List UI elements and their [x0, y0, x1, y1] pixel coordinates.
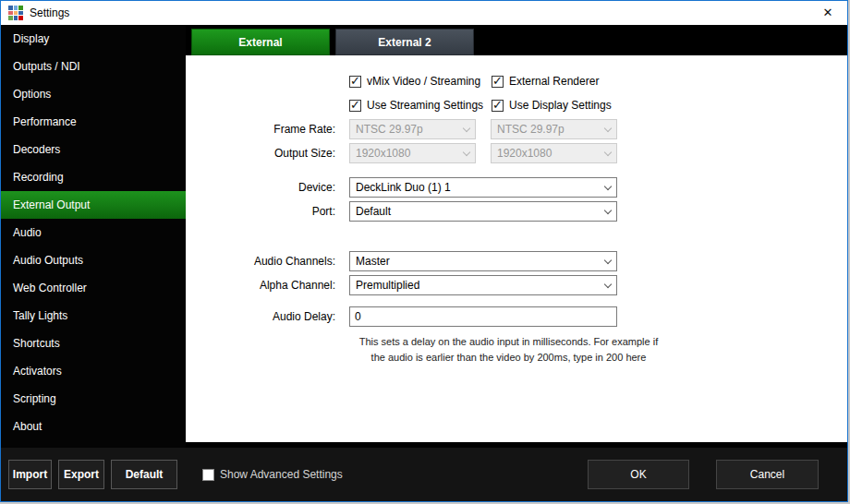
chevron-down-icon — [604, 206, 612, 213]
chevron-down-icon — [604, 256, 612, 263]
port-label: Port: — [186, 205, 335, 218]
check-icon — [492, 76, 504, 88]
checkbox-external-renderer[interactable]: External Renderer — [492, 75, 634, 88]
checkbox-vmix-video-streaming[interactable]: vMix Video / Streaming — [349, 75, 492, 88]
chevron-down-icon — [604, 148, 612, 155]
port-value: Default — [356, 205, 391, 218]
settings-window: Settings ✕ Display Outputs / NDI Options… — [0, 0, 848, 502]
checkbox-label: vMix Video / Streaming — [367, 75, 480, 88]
sidebar-item-audio-outputs[interactable]: Audio Outputs — [1, 246, 186, 274]
sidebar-item-web-controller[interactable]: Web Controller — [1, 274, 186, 302]
window-title: Settings — [30, 6, 69, 19]
sidebar: Display Outputs / NDI Options Performanc… — [1, 25, 186, 448]
sidebar-item-options[interactable]: Options — [1, 80, 186, 108]
audio-channels-select[interactable]: Master — [349, 251, 617, 271]
checkbox-label: Use Streaming Settings — [367, 99, 483, 112]
sidebar-item-external-output[interactable]: External Output — [1, 191, 186, 219]
sidebar-item-shortcuts[interactable]: Shortcuts — [1, 330, 186, 357]
frame-rate-label: Frame Rate: — [186, 123, 335, 136]
tab-strip: External External 2 — [186, 25, 847, 55]
default-button[interactable]: Default — [111, 460, 177, 489]
alpha-channel-select[interactable]: Premultiplied — [349, 275, 617, 295]
audio-channels-value: Master — [356, 255, 390, 268]
audio-delay-label: Audio Delay: — [186, 310, 335, 323]
show-advanced-settings-label: Show Advanced Settings — [220, 468, 343, 481]
chevron-down-icon — [463, 124, 470, 131]
tab-external[interactable]: External — [191, 29, 330, 55]
check-icon — [349, 76, 361, 88]
sidebar-item-tally-lights[interactable]: Tally Lights — [1, 302, 186, 330]
sidebar-item-activators[interactable]: Activators — [1, 357, 186, 385]
port-select[interactable]: Default — [349, 201, 617, 222]
chevron-down-icon — [604, 280, 612, 287]
tab-external-2[interactable]: External 2 — [335, 29, 474, 55]
show-advanced-settings-checkbox[interactable]: Show Advanced Settings — [202, 468, 343, 481]
ok-button[interactable]: OK — [588, 460, 689, 489]
sidebar-item-audio[interactable]: Audio — [1, 219, 186, 246]
alpha-channel-label: Alpha Channel: — [186, 279, 335, 292]
footer-actions: OK Cancel — [588, 460, 819, 489]
sidebar-buttons: Import Export Default — [1, 460, 186, 489]
export-button[interactable]: Export — [58, 460, 104, 489]
footer-bar: Import Export Default Show Advanced Sett… — [1, 448, 847, 501]
vmix-logo-icon — [8, 6, 23, 20]
checkbox-label: External Renderer — [509, 75, 599, 88]
sidebar-item-display[interactable]: Display — [1, 25, 186, 53]
frame-rate-select-2[interactable]: NTSC 29.97p — [491, 119, 617, 139]
close-icon[interactable]: ✕ — [808, 1, 847, 25]
audio-delay-input[interactable] — [349, 306, 617, 327]
device-value: DeckLink Duo (1) 1 — [356, 181, 451, 194]
chevron-down-icon — [604, 182, 612, 189]
sidebar-item-performance[interactable]: Performance — [1, 108, 186, 136]
sidebar-item-scripting[interactable]: Scripting — [1, 385, 186, 413]
output-size-value-1: 1920x1080 — [356, 147, 410, 160]
audio-delay-help-text: This sets a delay on the audio input in … — [349, 334, 668, 365]
checkbox-use-streaming-settings[interactable]: Use Streaming Settings — [349, 99, 492, 112]
output-size-select-2[interactable]: 1920x1080 — [491, 143, 617, 163]
sidebar-item-decoders[interactable]: Decoders — [1, 136, 186, 163]
sidebar-item-outputs-ndi[interactable]: Outputs / NDI — [1, 53, 186, 80]
main-area: External External 2 vMix Video / Streami… — [186, 25, 847, 448]
frame-rate-value-1: NTSC 29.97p — [356, 123, 423, 136]
device-select[interactable]: DeckLink Duo (1) 1 — [349, 177, 617, 198]
checkbox-use-display-settings[interactable]: Use Display Settings — [492, 99, 634, 112]
sidebar-item-recording[interactable]: Recording — [1, 163, 186, 191]
device-label: Device: — [186, 181, 335, 194]
alpha-channel-value: Premultiplied — [356, 279, 419, 292]
settings-panel: vMix Video / Streaming External Renderer… — [186, 55, 847, 442]
checkbox-label: Use Display Settings — [509, 99, 612, 112]
import-button[interactable]: Import — [8, 460, 52, 489]
check-icon — [349, 100, 361, 112]
chevron-down-icon — [463, 148, 470, 155]
audio-channels-label: Audio Channels: — [186, 255, 335, 268]
chevron-down-icon — [604, 124, 612, 131]
check-icon — [202, 469, 214, 481]
sidebar-item-about[interactable]: About — [1, 413, 186, 440]
check-icon — [492, 100, 504, 112]
cancel-button[interactable]: Cancel — [716, 460, 819, 489]
frame-rate-value-2: NTSC 29.97p — [497, 123, 565, 136]
output-size-label: Output Size: — [186, 147, 335, 160]
output-size-value-2: 1920x1080 — [497, 147, 552, 160]
title-bar: Settings ✕ — [1, 1, 847, 25]
output-size-select-1[interactable]: 1920x1080 — [349, 143, 476, 163]
frame-rate-select-1[interactable]: NTSC 29.97p — [349, 119, 476, 139]
